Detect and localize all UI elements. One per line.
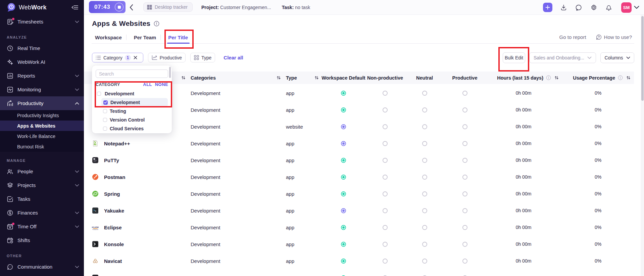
sort-icon[interactable] [181,76,186,80]
sidebar-item-reports[interactable]: Reports [0,69,84,83]
radio-neutral[interactable] [422,175,427,180]
sort-icon[interactable] [277,76,281,80]
radio-workspace-default[interactable] [341,158,346,163]
radio-non-productive[interactable] [383,242,388,247]
radio-productive[interactable] [462,107,467,112]
radio-neutral[interactable] [422,242,427,247]
radio-workspace-default[interactable] [341,242,346,247]
radio-non-productive[interactable] [383,158,388,163]
radio-non-productive[interactable] [383,175,388,180]
tab-per-title[interactable]: Per Title [168,35,188,40]
radio-neutral[interactable] [422,259,427,264]
radio-non-productive[interactable] [383,191,388,196]
page-scrollbar-thumb[interactable] [641,16,644,101]
page-scrollbar[interactable] [641,15,644,276]
radio-neutral[interactable] [422,191,427,196]
checkbox[interactable] [103,109,107,113]
checkbox[interactable] [103,100,108,105]
radio-neutral[interactable] [422,158,427,163]
radio-non-productive[interactable] [383,225,388,230]
radio-productive[interactable] [462,141,467,146]
radio-non-productive[interactable] [383,124,388,129]
bulk-edit-button[interactable]: Bulk Edit [503,52,525,63]
stop-icon[interactable] [115,3,123,11]
radio-neutral[interactable] [422,141,427,146]
sort-icon[interactable] [314,76,319,80]
column-header-type[interactable]: Type [283,75,321,81]
sidebar-item-monitoring[interactable]: Monitoring [0,83,84,96]
sidebar-item-tasks[interactable]: Tasks [0,192,84,206]
radio-productive[interactable] [462,124,467,129]
close-icon[interactable] [134,56,140,59]
sidebar-subitem-burnout-risk[interactable]: Burnout Risk [0,141,84,152]
category-filter-chip[interactable]: Category 1 [92,53,143,62]
radio-non-productive[interactable] [383,259,388,264]
team-select[interactable]: Sales and Onboarding... [529,52,596,63]
column-header-hours-last-15-days[interactable]: Hours (last 15 days) [485,75,562,81]
sidebar-item-productivity[interactable]: Productivity [0,96,84,110]
radio-neutral[interactable] [422,208,427,213]
sort-icon[interactable] [626,76,631,80]
category-option-development[interactable]: Development [96,89,168,98]
radio-non-productive[interactable] [383,141,388,146]
radio-productive[interactable] [462,225,467,230]
tab-per-team[interactable]: Per Team [134,35,156,40]
category-option-development[interactable]: Development [101,98,168,107]
sidebar-item-people[interactable]: People [0,165,84,178]
sidebar-subitem-apps-websites[interactable]: Apps & Websites [0,121,84,131]
desktop-tracker-button[interactable]: Desktop tracker [143,2,193,12]
columns-button[interactable]: Columns [600,52,634,63]
sidebar-item-timesheets[interactable]: Timesheets [0,15,84,29]
column-header-usage-percentage[interactable]: Usage Percentage [562,75,634,81]
radio-productive[interactable] [462,242,467,247]
radio-workspace-default[interactable] [341,91,346,96]
checkbox[interactable] [97,92,101,96]
category-option-testing[interactable]: Testing [96,107,168,116]
radio-neutral[interactable] [422,124,427,129]
radio-workspace-default[interactable] [341,208,346,213]
avatar[interactable]: SM [621,2,632,13]
clear-all-link[interactable]: Clear all [224,55,243,60]
radio-non-productive[interactable] [383,107,388,112]
productive-filter-chip[interactable]: Productive [148,53,186,62]
radio-productive[interactable] [462,91,467,96]
project-value[interactable]: Customer Engagemen... [220,5,271,10]
select-none-link[interactable]: NONE [155,82,168,87]
radio-workspace-default[interactable] [341,175,346,180]
search-input[interactable] [96,70,168,78]
radio-productive[interactable] [462,208,467,213]
category-option-cloud-services[interactable]: Cloud Services [96,124,168,133]
add-icon[interactable] [543,3,552,12]
radio-productive[interactable] [462,158,467,163]
sidebar-item-finances[interactable]: Finances [0,206,84,220]
timer-widget[interactable]: 07:43 [89,1,126,13]
tab-workspace[interactable]: Workspace [95,35,122,40]
account-chevron-icon[interactable] [634,6,639,9]
dropdown-scrollbar[interactable] [169,67,171,78]
radio-workspace-default[interactable] [341,141,346,146]
radio-workspace-default[interactable] [341,191,346,196]
chat-icon[interactable] [575,3,583,11]
radio-productive[interactable] [462,259,467,264]
radio-neutral[interactable] [422,107,427,112]
column-header-categories[interactable]: Categories [188,75,283,81]
back-chevron-icon[interactable] [130,4,133,11]
category-option-version-control[interactable]: Version Control [96,116,168,124]
radio-neutral[interactable] [422,225,427,230]
go-to-report-link[interactable]: Go to report [559,34,586,40]
checkbox[interactable] [103,127,107,131]
sidebar-item-communication[interactable]: Communication [0,260,84,274]
info-icon[interactable] [154,21,159,27]
sidebar-item-webwork-ai[interactable]: WebWork AI [0,55,84,69]
radio-workspace-default[interactable] [341,107,346,112]
radio-non-productive[interactable] [383,208,388,213]
sidebar-subitem-work-life-balance[interactable]: Work-Life Balance [0,131,84,141]
settings-icon[interactable] [590,3,598,11]
checkbox[interactable] [103,118,107,122]
select-all-link[interactable]: ALL [143,82,152,87]
radio-workspace-default[interactable] [341,259,346,264]
radio-productive[interactable] [462,191,467,196]
collapse-menu-icon[interactable] [71,4,79,10]
radio-workspace-default[interactable] [341,124,346,129]
radio-productive[interactable] [462,175,467,180]
